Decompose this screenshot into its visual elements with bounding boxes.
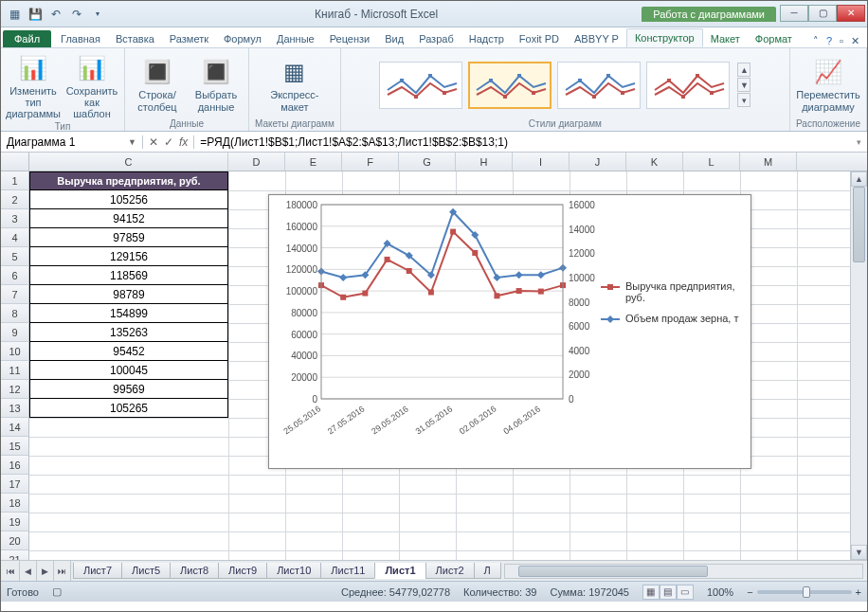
name-box[interactable]: Диаграмма 1 ▼: [1, 135, 143, 149]
chart-style-option[interactable]: [646, 62, 730, 109]
row-header[interactable]: 11: [1, 361, 29, 380]
undo-icon[interactable]: ↶: [48, 7, 63, 22]
file-tab[interactable]: Файл: [3, 30, 51, 47]
table-cell[interactable]: 100045: [29, 361, 228, 380]
fx-icon[interactable]: fx: [179, 135, 188, 149]
save-icon[interactable]: 💾: [27, 7, 43, 22]
row-header[interactable]: 6: [1, 266, 29, 285]
zoom-out-icon[interactable]: −: [747, 586, 752, 598]
row-header[interactable]: 2: [1, 190, 29, 209]
ribbon-tab[interactable]: Foxit PD: [512, 30, 567, 47]
zoom-slider[interactable]: − +: [747, 586, 861, 598]
switch-row-column-button[interactable]: 🔳 Строка/столбец: [131, 55, 184, 114]
sheet-tab[interactable]: Лист11: [320, 563, 375, 579]
row-header[interactable]: 14: [1, 418, 29, 437]
column-header[interactable]: C: [29, 153, 228, 171]
help-icon[interactable]: ?: [826, 35, 832, 47]
chart-style-option[interactable]: [468, 62, 552, 109]
mdi-restore-icon[interactable]: ▫: [840, 35, 843, 47]
hscroll-thumb[interactable]: [518, 566, 708, 577]
qat-more-icon[interactable]: ▾: [90, 7, 105, 22]
column-header[interactable]: I: [513, 153, 570, 171]
ribbon-tab-chart[interactable]: Макет: [703, 30, 748, 47]
ribbon-tab[interactable]: Формул: [216, 30, 269, 47]
select-data-button[interactable]: 🔳 Выбрать данные: [190, 55, 243, 114]
macro-record-icon[interactable]: ▢: [52, 585, 62, 598]
scroll-thumb[interactable]: [853, 187, 865, 262]
row-header[interactable]: 8: [1, 304, 29, 323]
minimize-ribbon-icon[interactable]: ˄: [813, 35, 819, 47]
worksheet[interactable]: CDEFGHIJKLM 1234567891011121314151617181…: [1, 153, 867, 560]
table-cell[interactable]: 94152: [29, 209, 228, 228]
column-header[interactable]: E: [285, 153, 342, 171]
tab-nav-prev-icon[interactable]: ◀: [20, 561, 37, 581]
maximize-button[interactable]: ▢: [808, 5, 837, 22]
row-header[interactable]: 13: [1, 399, 29, 418]
sheet-tab[interactable]: Лист7: [73, 563, 122, 579]
cancel-formula-icon[interactable]: ✕: [149, 135, 158, 149]
table-cell[interactable]: 99569: [29, 380, 228, 399]
express-layout-button[interactable]: ▦ Экспресс-макет: [268, 55, 321, 114]
enter-formula-icon[interactable]: ✓: [164, 135, 173, 149]
row-header[interactable]: 17: [1, 475, 29, 494]
table-cell[interactable]: 135263: [29, 323, 228, 342]
sheet-tab[interactable]: Лист10: [266, 563, 321, 579]
column-header[interactable]: L: [683, 153, 740, 171]
embedded-chart[interactable]: 0200004000060000800001000001200001400001…: [268, 194, 751, 469]
row-header[interactable]: 12: [1, 380, 29, 399]
ribbon-tab-chart[interactable]: Конструктор: [626, 28, 703, 47]
formula-bar[interactable]: =РЯД(Лист1!$B$1;Лист1!$A$2:$A$13;Лист1!$…: [194, 135, 851, 149]
row-header[interactable]: 15: [1, 437, 29, 456]
column-header[interactable]: G: [399, 153, 456, 171]
styles-scroll-down[interactable]: ▼: [737, 78, 750, 92]
row-header[interactable]: 1: [1, 171, 29, 190]
redo-icon[interactable]: ↷: [69, 7, 84, 22]
row-header[interactable]: 7: [1, 285, 29, 304]
table-cell[interactable]: 105256: [29, 190, 228, 209]
styles-scroll-up[interactable]: ▲: [737, 63, 750, 77]
row-header[interactable]: 16: [1, 456, 29, 475]
row-header[interactable]: 19: [1, 513, 29, 531]
ribbon-tab[interactable]: Разраб: [411, 30, 461, 47]
table-header-cell[interactable]: Выручка предприятия, руб.: [29, 171, 228, 190]
ribbon-tab[interactable]: Разметк: [162, 30, 216, 47]
table-cell[interactable]: 118569: [29, 266, 228, 285]
table-cell[interactable]: 98789: [29, 285, 228, 304]
sheet-tab[interactable]: Лист1: [374, 563, 425, 579]
sheet-tab[interactable]: Лист8: [170, 563, 219, 579]
chart-style-option[interactable]: [557, 62, 641, 109]
select-all-corner[interactable]: [1, 153, 29, 171]
tab-nav-first-icon[interactable]: ⏮: [3, 561, 20, 581]
chart-legend[interactable]: Выручка предприятия, руб. Объем продаж з…: [601, 280, 743, 333]
ribbon-tab[interactable]: Данные: [269, 30, 322, 47]
row-header[interactable]: 21: [1, 550, 29, 560]
ribbon-tab[interactable]: Вставка: [108, 30, 162, 47]
minimize-button[interactable]: ─: [780, 5, 808, 22]
scroll-up-button[interactable]: ▲: [851, 171, 867, 187]
zoom-in-icon[interactable]: +: [856, 586, 861, 598]
row-header[interactable]: 9: [1, 323, 29, 342]
view-buttons[interactable]: ▦▤▭: [642, 585, 694, 600]
name-box-dropdown-icon[interactable]: ▼: [128, 137, 136, 147]
ribbon-tab[interactable]: Вид: [377, 30, 411, 47]
table-cell[interactable]: 95452: [29, 342, 228, 361]
chart-style-option[interactable]: [379, 62, 462, 109]
sheet-tab[interactable]: Л: [474, 563, 501, 579]
ribbon-tab[interactable]: ABBYY P: [567, 30, 626, 47]
row-header[interactable]: 10: [1, 342, 29, 361]
column-header[interactable]: M: [740, 153, 797, 171]
row-header[interactable]: 5: [1, 247, 29, 266]
sheet-tab[interactable]: Лист9: [218, 563, 267, 579]
horizontal-scrollbar[interactable]: [504, 564, 863, 579]
move-chart-button[interactable]: 📈 Переместить диаграмму: [802, 55, 855, 114]
expand-formula-bar-icon[interactable]: ▾: [851, 137, 867, 147]
scroll-down-button[interactable]: ▼: [851, 545, 867, 560]
tab-nav-next-icon[interactable]: ▶: [37, 561, 54, 581]
ribbon-tab-chart[interactable]: Формат: [748, 30, 800, 47]
row-header[interactable]: 20: [1, 531, 29, 550]
column-header[interactable]: F: [342, 153, 399, 171]
row-header[interactable]: 4: [1, 228, 29, 247]
table-cell[interactable]: 129156: [29, 247, 228, 266]
column-header[interactable]: J: [570, 153, 626, 171]
change-chart-type-button[interactable]: 📊 Изменить тип диаграммы: [7, 51, 60, 121]
